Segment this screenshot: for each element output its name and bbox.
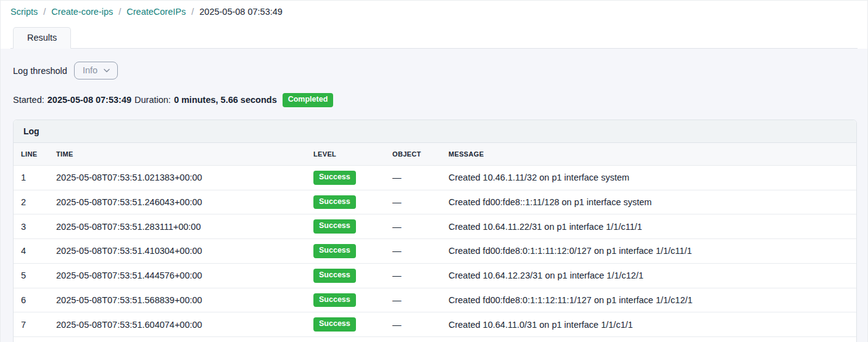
log-message: Created fd00:fde8:0:1:1:11:12:0/127 on p… — [441, 239, 856, 264]
log-line-number: 4 — [14, 239, 49, 264]
run-status-line: Started: 2025-05-08 07:53:49 Duration: 0… — [13, 93, 858, 107]
column-header-level: LEVEL — [306, 143, 385, 166]
column-header-object: OBJECT — [385, 143, 441, 166]
log-time: 2025-05-08T07:53:51.604074+00:00 — [49, 312, 306, 337]
log-message: Created fd00:fde8:0:1:1:11:21:0/127 on p… — [441, 337, 856, 342]
tab-bar: Results — [10, 27, 858, 49]
table-row: 8 2025-05-08T07:53:51.727317+00:00 Succe… — [14, 337, 856, 342]
table-row: 5 2025-05-08T07:53:51.444576+00:00 Succe… — [14, 263, 856, 288]
log-line-number: 7 — [14, 312, 49, 337]
table-row: 1 2025-05-08T07:53:51.021383+00:00 Succe… — [14, 165, 856, 190]
level-badge: Success — [313, 171, 356, 185]
log-message: Created fd00:fde8::1:11/128 on p1 interf… — [441, 190, 856, 214]
log-threshold-row: Log threshold Info — [13, 62, 858, 79]
log-threshold-value: Info — [83, 65, 97, 75]
breadcrumb-link-scripts[interactable]: Scripts — [10, 7, 38, 17]
log-threshold-select[interactable]: Info — [74, 62, 118, 79]
log-time: 2025-05-08T07:53:51.727317+00:00 — [49, 337, 306, 342]
status-badge: Completed — [283, 93, 334, 107]
log-line-number: 3 — [14, 214, 49, 239]
column-header-time: TIME — [49, 143, 306, 166]
log-table-body: 1 2025-05-08T07:53:51.021383+00:00 Succe… — [14, 165, 856, 342]
breadcrumb-link-create-core-ips[interactable]: Create-core-ips — [51, 7, 113, 17]
breadcrumb-link-createcoreips[interactable]: CreateCoreIPs — [126, 7, 186, 17]
log-card: Log LINE TIME LEVEL OBJECT MESSAGE 1 202… — [13, 120, 857, 342]
log-line-number: 8 — [14, 337, 49, 342]
log-object: — — [385, 214, 441, 239]
table-row: 7 2025-05-08T07:53:51.604074+00:00 Succe… — [14, 312, 856, 337]
log-object: — — [385, 337, 441, 342]
log-message: Created 10.46.1.11/32 on p1 interface sy… — [441, 165, 856, 190]
level-badge: Success — [313, 219, 356, 234]
log-time: 2025-05-08T07:53:51.246043+00:00 — [49, 190, 306, 214]
duration-value: 0 minutes, 5.66 seconds — [174, 95, 277, 105]
log-line-number: 6 — [14, 288, 49, 312]
script-result-page: Scripts / Create-core-ips / CreateCoreIP… — [0, 0, 868, 342]
log-time: 2025-05-08T07:53:51.410304+00:00 — [49, 239, 306, 264]
level-badge: Success — [313, 293, 356, 307]
level-badge: Success — [313, 269, 356, 283]
log-message: Created 10.64.12.23/31 on p1 interface 1… — [441, 263, 856, 288]
breadcrumb-separator: / — [118, 7, 121, 17]
table-row: 6 2025-05-08T07:53:51.568839+00:00 Succe… — [14, 288, 856, 312]
log-message: Created 10.64.11.0/31 on p1 interface 1/… — [441, 312, 856, 337]
started-value: 2025-05-08 07:53:49 — [48, 95, 131, 105]
level-badge: Success — [313, 195, 356, 210]
log-threshold-label: Log threshold — [13, 66, 67, 76]
log-object: — — [385, 312, 441, 337]
log-line-number: 2 — [14, 190, 49, 214]
log-time: 2025-05-08T07:53:51.568839+00:00 — [49, 288, 306, 312]
breadcrumb-separator: / — [43, 7, 46, 17]
log-message: Created fd00:fde8:0:1:1:12:11:1/127 on p… — [441, 288, 856, 312]
log-object: — — [385, 263, 441, 288]
column-header-line: LINE — [14, 143, 49, 166]
column-header-message: MESSAGE — [441, 143, 856, 166]
log-table-header: LINE TIME LEVEL OBJECT MESSAGE — [14, 143, 856, 166]
log-object: — — [385, 165, 441, 190]
log-time: 2025-05-08T07:53:51.021383+00:00 — [49, 165, 306, 190]
log-object: — — [385, 239, 441, 264]
log-line-number: 5 — [14, 263, 49, 288]
level-badge: Success — [313, 317, 356, 332]
log-object: — — [385, 190, 441, 214]
page-header: Scripts / Create-core-ips / CreateCoreIP… — [1, 1, 867, 49]
breadcrumb: Scripts / Create-core-ips / CreateCoreIP… — [10, 7, 858, 17]
log-time: 2025-05-08T07:53:51.444576+00:00 — [49, 263, 306, 288]
breadcrumb-separator: / — [191, 7, 194, 17]
log-line-number: 1 — [14, 165, 49, 190]
log-table: LINE TIME LEVEL OBJECT MESSAGE 1 2025-05… — [14, 143, 856, 342]
level-badge: Success — [313, 244, 356, 258]
log-object: — — [385, 288, 441, 312]
log-message: Created 10.64.11.22/31 on p1 interface 1… — [441, 214, 856, 239]
log-time: 2025-05-08T07:53:51.283111+00:00 — [49, 214, 306, 239]
duration-label: Duration: — [134, 95, 171, 105]
breadcrumb-current-run: 2025-05-08 07:53:49 — [199, 7, 283, 17]
tab-content: Log threshold Info Started: 2025-05-08 0… — [1, 49, 867, 342]
tab-results[interactable]: Results — [13, 27, 71, 49]
chevron-down-icon — [104, 68, 110, 73]
started-label: Started: — [13, 95, 44, 105]
table-row: 2 2025-05-08T07:53:51.246043+00:00 Succe… — [14, 190, 856, 214]
table-row: 4 2025-05-08T07:53:51.410304+00:00 Succe… — [14, 239, 856, 264]
log-card-title: Log — [14, 120, 856, 143]
table-row: 3 2025-05-08T07:53:51.283111+00:00 Succe… — [14, 214, 856, 239]
